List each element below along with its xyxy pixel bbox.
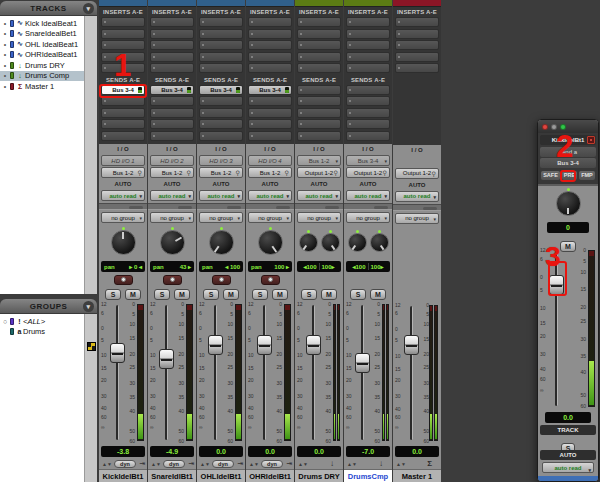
pan-knob[interactable] [160,230,185,255]
insert-slot[interactable] [346,63,390,73]
send-slot[interactable] [248,131,292,141]
send-assignment-button[interactable]: Bus 3-4 [199,85,243,95]
fader-handle[interactable] [257,335,272,355]
track-list-item[interactable]: •∿OHL IdealBeat1 [0,39,84,50]
group-assignment-button[interactable]: no group▾ [248,212,292,223]
fader-stepper-icon[interactable]: ▲▼ [151,462,158,466]
insert-slot[interactable] [150,63,194,73]
mute-button[interactable]: M [223,289,239,300]
fader-stepper-icon[interactable]: ▲▼ [347,462,354,466]
input-path-button[interactable]: HD I/O 4 [248,155,292,166]
strip-name[interactable]: DrumsCmp [344,469,392,482]
insert-slot[interactable] [248,40,292,50]
insert-slot[interactable] [297,52,341,62]
strip-name[interactable]: KickIdelBt1 [99,469,147,482]
insert-slot[interactable] [248,29,292,39]
target-window-icon[interactable] [587,136,595,144]
pan-knob[interactable] [299,233,318,252]
track-show-dot-icon[interactable]: • [2,51,8,58]
send-slot[interactable] [199,119,243,129]
insert-slot[interactable] [199,17,243,27]
dyn-view-button[interactable]: dyn [212,460,234,468]
record-enable-button[interactable] [114,275,133,285]
group-list-item[interactable]: aDrums [0,327,84,338]
fader-stepper-icon[interactable]: ▲▼ [396,462,403,466]
track-list-item[interactable]: •∿SnareIdealBet1 [0,29,84,40]
pan-knob[interactable] [258,230,283,255]
pan-knob[interactable] [348,233,367,252]
dyn-view-button[interactable]: dyn [261,460,283,468]
strip-name[interactable]: Drums DRY [295,469,343,482]
track-list-item[interactable]: •↓Drums DRY [0,60,84,71]
insert-slot[interactable] [297,63,341,73]
send-slot[interactable] [101,131,145,141]
track-show-dot-icon[interactable]: • [2,72,8,79]
automation-mode-button[interactable]: auto read▾ [150,190,194,201]
send-slot[interactable] [248,119,292,129]
send-slot[interactable] [101,119,145,129]
insert-slot[interactable] [395,17,439,27]
insert-slot[interactable] [297,17,341,27]
insert-slot[interactable] [346,40,390,50]
automation-mode-button[interactable]: auto read▾ [346,190,390,201]
track-show-dot-icon[interactable]: • [2,30,8,37]
send-slot[interactable] [297,119,341,129]
send-slot[interactable] [150,131,194,141]
insert-slot[interactable] [150,29,194,39]
solo-button[interactable]: S [203,289,219,300]
track-show-dot-icon[interactable]: • [2,83,8,90]
fader-handle[interactable] [355,353,370,373]
send-pan-knob[interactable] [556,191,581,216]
send-slot[interactable] [101,108,145,118]
send-slot[interactable] [199,108,243,118]
output-path-button[interactable]: Bus 1-2⚲ [248,167,292,178]
automation-mode-button[interactable]: auto read▾ [297,190,341,201]
solo-button[interactable]: S [301,289,317,300]
tracks-scrollbar[interactable] [84,16,97,294]
input-path-button[interactable]: HD I/O 1 [101,155,145,166]
groups-scrollbar[interactable] [84,314,97,482]
send-slot[interactable] [297,108,341,118]
group-assignment-button[interactable]: no group▾ [150,212,194,223]
solo-button[interactable]: S [154,289,170,300]
send-slot[interactable] [199,96,243,106]
pan-knob[interactable] [111,230,136,255]
fader-stepper-icon[interactable]: ▲▼ [298,462,305,466]
dyn-view-button[interactable]: dyn [163,460,185,468]
close-window-icon[interactable] [542,124,548,130]
send-slot[interactable] [346,119,390,129]
fader-handle[interactable] [404,335,419,355]
send-slot[interactable] [248,108,292,118]
insert-slot[interactable] [199,63,243,73]
track-list-item[interactable]: •ΣMaster 1 [0,81,84,92]
send-slot[interactable] [346,85,390,95]
input-path-button[interactable]: Bus 1-2▾ [297,155,341,166]
automation-mode-button[interactable]: auto read▾ [248,190,292,201]
fader-handle[interactable] [159,349,174,369]
insert-slot[interactable] [199,40,243,50]
send-slot[interactable] [248,96,292,106]
automation-mode-button[interactable]: auto read▾ [101,190,145,201]
insert-slot[interactable] [101,29,145,39]
input-path-button[interactable]: Bus 3-4▾ [346,155,390,166]
insert-slot[interactable] [248,52,292,62]
record-enable-button[interactable] [261,275,280,285]
insert-slot[interactable] [248,63,292,73]
solo-button[interactable]: S [252,289,268,300]
output-path-button[interactable]: Output 1-2⚲ [346,167,390,178]
output-path-button[interactable]: Output 1-2⚲ [395,168,439,179]
insert-slot[interactable] [150,17,194,27]
groups-panel-menu-icon[interactable]: ▾ [83,301,94,312]
track-list-item[interactable]: •∿OHRIdealBeat1 [0,50,84,61]
track-show-dot-icon[interactable]: • [2,41,8,48]
mute-button[interactable]: M [272,289,288,300]
insert-slot[interactable] [101,17,145,27]
send-assignment-button[interactable]: Bus 3-4 [150,85,194,95]
send-slot[interactable] [150,96,194,106]
input-path-button[interactable]: HD I/O 3 [199,155,243,166]
track-list-item[interactable]: •↓Drums Comp [0,71,84,82]
record-enable-button[interactable] [163,275,182,285]
solo-button[interactable]: S [350,289,366,300]
fader-stepper-icon[interactable]: ▲▼ [200,462,207,466]
insert-slot[interactable] [297,40,341,50]
